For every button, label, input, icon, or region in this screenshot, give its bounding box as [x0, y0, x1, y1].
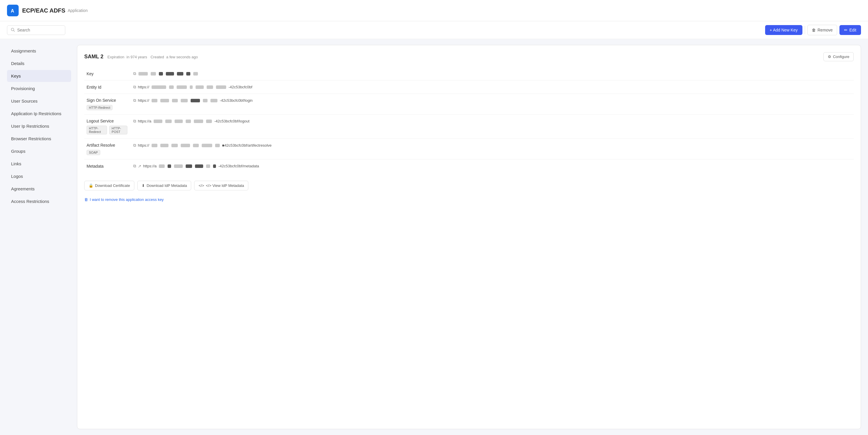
tag-http-redirect-sign-on: HTTP-Redirect	[87, 105, 113, 110]
logout-prefix: https://a	[138, 119, 151, 123]
blurred-entity-7	[216, 86, 226, 89]
blurred-key-3	[159, 72, 163, 75]
blurred-artifact-1	[152, 144, 157, 147]
tag-http-redirect-logout: HTTP-Redirect	[87, 126, 107, 134]
sidebar-item-details[interactable]: Details	[7, 57, 71, 69]
sidebar-item-agreements[interactable]: Agreements	[7, 183, 71, 195]
field-name-metadata: Metadata	[84, 159, 131, 173]
copy-icon-entity-id[interactable]: ⧉	[133, 85, 136, 90]
sidebar-item-application-ip-restrictions[interactable]: Application Ip Restrictions	[7, 107, 71, 120]
remove-button[interactable]: 🗑 Remove	[807, 25, 837, 35]
blurred-key-1	[138, 72, 148, 75]
remove-link-label: I want to remove this application access…	[90, 197, 164, 202]
trash-icon-remove: 🗑	[84, 197, 88, 202]
copy-icon-sign-on[interactable]: ⧉	[133, 98, 136, 103]
svg-text:A: A	[11, 8, 14, 13]
blurred-key-2	[151, 72, 156, 75]
app-container: A ECP/EAC ADFS Application + Add New Key…	[0, 0, 868, 435]
blurred-entity-4	[190, 86, 193, 89]
logout-label: Logout Service	[87, 119, 128, 123]
blurred-logout-5	[194, 120, 203, 123]
blurred-entity-3	[177, 86, 187, 89]
code-icon: </>	[198, 183, 204, 188]
artifact-label: Artifact Resolve	[87, 143, 128, 148]
field-value-key: ⧉	[131, 67, 854, 80]
saml-meta: Expiration in 974 years Created a few se…	[107, 55, 198, 59]
saml-title-group: SAML 2 Expiration in 974 years Created a…	[84, 54, 198, 60]
field-name-key: Key	[84, 67, 131, 81]
main-body: Assignments Details Keys Provisioning Us…	[0, 39, 868, 435]
download-icon: ⬇	[142, 183, 145, 188]
blurred-artifact-5	[193, 144, 199, 147]
table-row: Key ⧉	[84, 67, 854, 81]
sidebar-item-links[interactable]: Links	[7, 158, 71, 170]
table-row: Metadata ⧉ ↗ https://a -42	[84, 159, 854, 173]
tag-http-post-logout: HTTP-POST	[109, 126, 127, 134]
configure-button[interactable]: ⚙ Configure	[824, 52, 854, 61]
sidebar-item-browser-restrictions[interactable]: Browser Restrictions	[7, 133, 71, 145]
field-name-logout: Logout Service HTTP-Redirect HTTP-POST	[84, 115, 131, 139]
sidebar: Assignments Details Keys Provisioning Us…	[7, 45, 71, 429]
blurred-logout-1	[154, 120, 162, 123]
blurred-meta-4	[186, 164, 192, 168]
action-buttons-row: 🔒 Download Certificate ⬇ Download IdP Me…	[84, 179, 854, 190]
blurred-artifact-2	[160, 144, 168, 147]
keys-table: Key ⧉ Enti	[84, 67, 854, 173]
field-name-entity-id: Entity Id	[84, 81, 131, 94]
add-new-key-button[interactable]: + Add New Key	[765, 25, 802, 35]
search-input[interactable]	[17, 28, 62, 32]
header: A ECP/EAC ADFS Application	[0, 0, 868, 21]
gear-icon: ⚙	[828, 55, 831, 59]
blurred-sign-on-4	[181, 99, 188, 102]
blurred-meta-1	[159, 164, 165, 168]
field-name-sign-on: Sign On Service HTTP-Redirect	[84, 94, 131, 115]
remove-access-key-link[interactable]: 🗑 I want to remove this application acce…	[84, 197, 854, 202]
table-row: Entity Id ⧉ https:// -42c53bcfc0bf	[84, 81, 854, 94]
expiration-value: in 974 years	[126, 55, 147, 59]
download-cert-label: Download Certificate	[95, 183, 130, 188]
copy-icon-artifact[interactable]: ⧉	[133, 143, 136, 148]
sidebar-item-user-ip-restrictions[interactable]: User Ip Restrictions	[7, 120, 71, 132]
blurred-key-5	[177, 72, 183, 75]
blurred-sign-on-2	[160, 99, 169, 102]
copy-icon-metadata[interactable]: ⧉	[133, 163, 136, 168]
blurred-entity-6	[207, 86, 213, 89]
entity-id-prefix: https://	[138, 85, 149, 89]
sidebar-item-keys[interactable]: Keys	[7, 70, 71, 82]
artifact-label-group: Artifact Resolve SOAP	[87, 143, 128, 155]
metadata-suffix: -42c53bcfc0bf/metadata	[218, 164, 259, 168]
search-box	[7, 25, 65, 35]
entity-id-suffix: -42c53bcfc0bf	[228, 85, 252, 89]
tag-soap: SOAP	[87, 150, 100, 155]
sidebar-item-groups[interactable]: Groups	[7, 145, 71, 157]
edit-button[interactable]: ✏ Edit	[839, 25, 861, 35]
blurred-logout-6	[206, 120, 212, 123]
toolbar-buttons: + Add New Key 🗑 Remove ✏ Edit	[765, 25, 861, 35]
copy-icon-key[interactable]: ⧉	[133, 71, 136, 76]
sign-on-prefix: https://	[138, 98, 149, 103]
download-idp-label: Download IdP Metadata	[147, 183, 187, 188]
view-idp-metadata-button[interactable]: </> </> View IdP Metadata	[194, 181, 248, 190]
sidebar-item-provisioning[interactable]: Provisioning	[7, 83, 71, 94]
field-value-artifact: ⧉ https:// ■42c53bcfc0bf/artifectresolve	[131, 139, 854, 152]
app-title: ECP/EAC ADFS	[22, 7, 65, 14]
external-link-icon-metadata[interactable]: ↗	[138, 164, 142, 168]
blurred-sign-on-5	[191, 99, 200, 102]
sidebar-item-user-sources[interactable]: User Sources	[7, 95, 71, 107]
download-certificate-button[interactable]: 🔒 Download Certificate	[84, 181, 134, 190]
logout-suffix: -42c53bcfc0bf/logout	[214, 119, 249, 123]
blurred-sign-on-7	[211, 99, 217, 102]
download-idp-metadata-button[interactable]: ⬇ Download IdP Metadata	[137, 181, 191, 190]
sidebar-item-assignments[interactable]: Assignments	[7, 45, 71, 57]
sidebar-item-access-restrictions[interactable]: Access Restrictions	[7, 195, 71, 207]
trash-icon: 🗑	[812, 28, 816, 32]
remove-label: Remove	[817, 28, 833, 32]
copy-icon-logout[interactable]: ⧉	[133, 119, 136, 124]
blurred-key-7	[193, 72, 198, 75]
field-value-sign-on: ⧉ https:// -42c53bcfc0bf/login	[131, 94, 854, 107]
saml-header: SAML 2 Expiration in 974 years Created a…	[84, 52, 854, 61]
created-label: Created	[150, 55, 164, 59]
blurred-artifact-6	[202, 144, 212, 147]
sidebar-item-logos[interactable]: Logos	[7, 170, 71, 182]
blurred-sign-on-1	[152, 99, 157, 102]
